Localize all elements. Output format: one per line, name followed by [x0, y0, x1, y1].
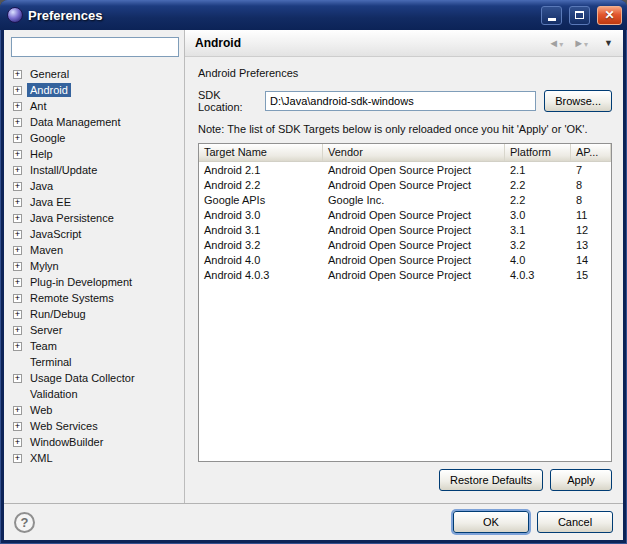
- expand-plus-icon[interactable]: +: [13, 134, 22, 143]
- ok-button[interactable]: OK: [453, 511, 529, 533]
- expand-plus-icon[interactable]: +: [13, 374, 22, 383]
- expand-plus-icon[interactable]: +: [13, 86, 22, 95]
- sidebar-item-validation[interactable]: Validation: [11, 386, 179, 402]
- expand-plus-icon[interactable]: +: [13, 262, 22, 271]
- expand-plus-icon[interactable]: +: [13, 150, 22, 159]
- sidebar-item-mylyn[interactable]: +Mylyn: [11, 258, 179, 274]
- help-button[interactable]: ?: [14, 512, 35, 533]
- sidebar-item-run-debug[interactable]: +Run/Debug: [11, 306, 179, 322]
- sidebar-item-label: Java: [27, 179, 56, 193]
- table-cell: 15: [571, 269, 611, 281]
- table-row[interactable]: Android 2.2Android Open Source Project2.…: [199, 177, 611, 192]
- restore-defaults-button[interactable]: Restore Defaults: [439, 469, 543, 491]
- expand-plus-icon[interactable]: +: [13, 406, 22, 415]
- table-cell: Android 3.1: [199, 224, 323, 236]
- forward-dropdown-icon[interactable]: ▾: [584, 40, 588, 49]
- expand-plus-icon[interactable]: +: [13, 198, 22, 207]
- sidebar-item-usage-data-collector[interactable]: +Usage Data Collector: [11, 370, 179, 386]
- sidebar-item-server[interactable]: +Server: [11, 322, 179, 338]
- back-button[interactable]: ◄▾: [548, 37, 563, 49]
- preference-tree: +General+Android+Ant+Data Management+Goo…: [11, 66, 179, 503]
- sidebar-item-android[interactable]: +Android: [11, 82, 179, 98]
- expand-plus-icon[interactable]: +: [13, 230, 22, 239]
- table-row[interactable]: Android 3.1Android Open Source Project3.…: [199, 222, 611, 237]
- filter-input[interactable]: [11, 37, 179, 57]
- sidebar-item-label: General: [27, 67, 72, 81]
- sidebar-item-install-update[interactable]: +Install/Update: [11, 162, 179, 178]
- sidebar-item-label: Data Management: [27, 115, 124, 129]
- table-cell: Android 3.2: [199, 239, 323, 251]
- sidebar-item-windowbuilder[interactable]: +WindowBuilder: [11, 434, 179, 450]
- sidebar-item-xml[interactable]: +XML: [11, 450, 179, 466]
- forward-button[interactable]: ►▾: [573, 37, 588, 49]
- sidebar-item-label: Remote Systems: [27, 291, 117, 305]
- table-cell: 7: [571, 164, 611, 176]
- expand-plus-icon[interactable]: +: [13, 246, 22, 255]
- sidebar-item-terminal[interactable]: Terminal: [11, 354, 179, 370]
- dialog-main: +General+Android+Ant+Data Management+Goo…: [4, 30, 623, 503]
- section-label: Android Preferences: [198, 67, 612, 79]
- browse-button[interactable]: Browse...: [544, 90, 612, 112]
- sidebar-item-google[interactable]: +Google: [11, 130, 179, 146]
- table-cell: 8: [571, 194, 611, 206]
- expand-plus-icon[interactable]: +: [13, 326, 22, 335]
- expand-plus-icon[interactable]: +: [13, 166, 22, 175]
- table-row[interactable]: Android 3.2Android Open Source Project3.…: [199, 237, 611, 252]
- expand-plus-icon[interactable]: +: [13, 182, 22, 191]
- titlebar[interactable]: Preferences ✕: [0, 0, 627, 30]
- column-header-ap[interactable]: AP...: [571, 144, 611, 161]
- column-header-platform[interactable]: Platform: [505, 144, 571, 161]
- sidebar-item-general[interactable]: +General: [11, 66, 179, 82]
- sidebar-item-java[interactable]: +Java: [11, 178, 179, 194]
- sidebar-item-maven[interactable]: +Maven: [11, 242, 179, 258]
- table-row[interactable]: Android 4.0Android Open Source Project4.…: [199, 252, 611, 267]
- sidebar-item-remote-systems[interactable]: +Remote Systems: [11, 290, 179, 306]
- close-icon: ✕: [604, 8, 614, 22]
- expand-plus-icon[interactable]: +: [13, 278, 22, 287]
- view-menu-button[interactable]: ▼: [604, 38, 613, 48]
- table-row[interactable]: Google APIsGoogle Inc.2.28: [199, 192, 611, 207]
- sdk-targets-table[interactable]: Target NameVendorPlatformAP... Android 2…: [198, 143, 612, 462]
- sidebar-item-label: Help: [27, 147, 56, 161]
- page-title: Android: [195, 36, 538, 50]
- expand-plus-icon[interactable]: +: [13, 342, 22, 351]
- expand-plus-icon[interactable]: +: [13, 310, 22, 319]
- table-cell: Android Open Source Project: [323, 254, 505, 266]
- table-body: Android 2.1Android Open Source Project2.…: [199, 162, 611, 461]
- maximize-button[interactable]: [569, 6, 590, 25]
- table-cell: 4.0: [505, 254, 571, 266]
- back-dropdown-icon[interactable]: ▾: [559, 40, 563, 49]
- sidebar-item-help[interactable]: +Help: [11, 146, 179, 162]
- expand-plus-icon[interactable]: +: [13, 70, 22, 79]
- apply-button[interactable]: Apply: [550, 469, 612, 491]
- minimize-button[interactable]: [541, 6, 562, 25]
- expand-plus-icon[interactable]: +: [13, 214, 22, 223]
- sidebar-item-java-ee[interactable]: +Java EE: [11, 194, 179, 210]
- sidebar-item-label: Android: [27, 83, 71, 97]
- sidebar-item-javascript[interactable]: +JavaScript: [11, 226, 179, 242]
- sidebar-item-team[interactable]: +Team: [11, 338, 179, 354]
- expand-plus-icon[interactable]: +: [13, 454, 22, 463]
- expand-plus-icon[interactable]: +: [13, 438, 22, 447]
- sidebar-item-data-management[interactable]: +Data Management: [11, 114, 179, 130]
- sidebar-item-java-persistence[interactable]: +Java Persistence: [11, 210, 179, 226]
- expand-plus-icon[interactable]: +: [13, 294, 22, 303]
- sdk-location-input[interactable]: [265, 91, 536, 111]
- close-button[interactable]: ✕: [597, 6, 622, 25]
- sidebar-item-label: Server: [27, 323, 65, 337]
- table-row[interactable]: Android 2.1Android Open Source Project2.…: [199, 162, 611, 177]
- sidebar-item-web-services[interactable]: +Web Services: [11, 418, 179, 434]
- expand-plus-icon[interactable]: +: [13, 422, 22, 431]
- table-row[interactable]: Android 3.0Android Open Source Project3.…: [199, 207, 611, 222]
- cancel-button[interactable]: Cancel: [537, 511, 613, 533]
- sidebar-item-label: Plug-in Development: [27, 275, 135, 289]
- column-header-vendor[interactable]: Vendor: [323, 144, 505, 161]
- table-cell: 2.2: [505, 179, 571, 191]
- expand-plus-icon[interactable]: +: [13, 118, 22, 127]
- sidebar-item-web[interactable]: +Web: [11, 402, 179, 418]
- column-header-target-name[interactable]: Target Name: [199, 144, 323, 161]
- expand-plus-icon[interactable]: +: [13, 102, 22, 111]
- sidebar-item-ant[interactable]: +Ant: [11, 98, 179, 114]
- table-row[interactable]: Android 4.0.3Android Open Source Project…: [199, 267, 611, 282]
- sidebar-item-plug-in-development[interactable]: +Plug-in Development: [11, 274, 179, 290]
